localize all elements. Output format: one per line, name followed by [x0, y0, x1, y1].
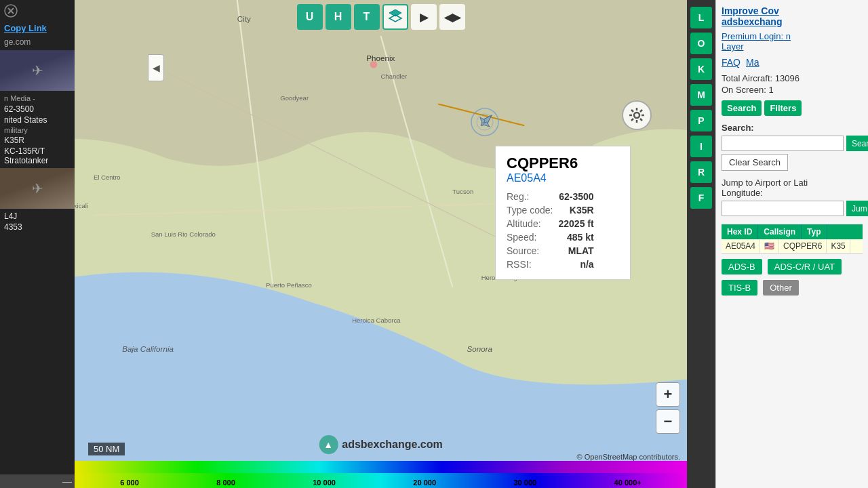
svg-text:Sonora: Sonora: [467, 344, 493, 353]
category-value: military: [0, 125, 75, 135]
bottom-bar: —: [0, 474, 75, 488]
h-button[interactable]: H: [326, 4, 351, 30]
cb-label-4: 20 000: [413, 479, 436, 487]
strip-r-button[interactable]: R: [690, 161, 712, 183]
map-background: Phoenix Chandler Goodyear Tucson El Cent…: [75, 0, 687, 488]
search-go-button[interactable]: Sear: [846, 136, 868, 151]
popup-hex[interactable]: AE05A4: [507, 172, 619, 184]
svg-text:Chandler: Chandler: [381, 73, 408, 80]
t-button[interactable]: T: [354, 4, 380, 30]
tisb-button[interactable]: TIS-B: [722, 280, 757, 296]
search-input[interactable]: [722, 136, 844, 151]
layers-button[interactable]: [382, 4, 408, 30]
cb-label-6: 40 000+: [614, 479, 642, 487]
stats-section: Total Aircraft: 13096 On Screen: 1: [722, 73, 863, 95]
reg-data: 62-3500: [559, 190, 594, 203]
strip-f-button[interactable]: F: [690, 187, 712, 209]
premium-login-link[interactable]: Premium Login: n: [722, 31, 863, 41]
cb-label-1: 6 000: [120, 479, 139, 487]
zoom-out-button[interactable]: −: [656, 409, 680, 434]
jump-input[interactable]: [722, 201, 844, 216]
search-tab-button[interactable]: Search: [722, 100, 762, 116]
table-row[interactable]: AE05A4 🇺🇸 CQPPER6 K35: [722, 239, 863, 253]
cb-label-5: 30 000: [513, 479, 536, 487]
clear-search-button[interactable]: Clear Search: [722, 154, 788, 171]
svg-text:Tucson: Tucson: [452, 188, 473, 195]
map-area[interactable]: Phoenix Chandler Goodyear Tucson El Cent…: [75, 0, 687, 488]
jump-label: Jump to Airport or Lati Longitude:: [722, 178, 863, 198]
row-callsign: CQPPER6: [779, 239, 827, 253]
thumbnail-bottom: ✈: [0, 168, 75, 209]
copyright: © OpenStreetMap contributors.: [577, 453, 680, 461]
svg-text:Puerto Peñasco: Puerto Peñasco: [266, 281, 312, 289]
popup-callsign[interactable]: CQPPER6: [507, 155, 619, 172]
collapse-button[interactable]: ◀▶: [439, 4, 465, 30]
jump-button[interactable]: Jum: [846, 201, 868, 216]
svg-marker-39: [480, 123, 484, 127]
left-sidebar: Copy Link ge.com ✈ n Media - 62-3500 nit…: [0, 0, 75, 488]
aircraft-popup: CQPPER6 AE05A4 Reg.: 62-3500 Type code: …: [495, 146, 631, 280]
color-bar-labels: 6 000 8 000 10 000 20 000 30 000 40 000+: [75, 477, 687, 488]
improve-coverage-link2[interactable]: adsbexchang: [722, 16, 863, 27]
other-button[interactable]: Other: [763, 280, 799, 296]
type-code-value: K35R: [0, 135, 75, 146]
website-label: ge.com: [0, 36, 75, 48]
layer-link[interactable]: Layer: [722, 41, 863, 52]
strip-i-button[interactable]: I: [690, 136, 712, 157]
reg-value: 62-3500: [0, 104, 75, 115]
cb-label-3: 10 000: [313, 479, 336, 487]
col-type: Typ: [802, 224, 827, 239]
reg-label: Reg.:: [507, 190, 559, 203]
minimize-button[interactable]: —: [62, 476, 72, 487]
strip-k-button[interactable]: K: [690, 58, 712, 80]
faq-link[interactable]: FAQ: [722, 57, 741, 68]
alt-data: 22025 ft: [559, 217, 594, 230]
altitude-value: 4353: [0, 222, 75, 232]
map-center-label: ▲ adsbexchange.com: [319, 435, 443, 454]
aircraft-icon[interactable]: [468, 105, 502, 139]
logo-icon: ▲: [319, 435, 338, 454]
settings-button[interactable]: [622, 100, 652, 130]
forward-nav-button[interactable]: ▶: [411, 4, 437, 30]
right-strip: L O K M P I R F: [687, 0, 715, 488]
svg-line-33: [631, 119, 633, 121]
strip-p-button[interactable]: P: [690, 110, 712, 131]
adsc-button[interactable]: ADS-C/R / UAT: [768, 259, 842, 274]
thumbnail-top: ✈: [0, 50, 75, 91]
strip-l-button[interactable]: L: [690, 7, 712, 28]
svg-line-32: [640, 110, 642, 112]
strip-o-button[interactable]: O: [690, 33, 712, 54]
filters-button[interactable]: Filters: [764, 100, 802, 116]
svg-text:San Luis Rio Colorado: San Luis Rio Colorado: [151, 230, 216, 238]
map-link[interactable]: Ma: [746, 57, 759, 68]
col-hex-id: Hex ID: [722, 224, 758, 239]
type-data: K35R: [559, 203, 594, 217]
col-callsign: Callsign: [758, 224, 802, 239]
svg-line-31: [640, 119, 642, 121]
svg-text:City: City: [237, 14, 251, 23]
improve-coverage-link[interactable]: Improve Cov: [722, 5, 863, 16]
source-label: Source:: [507, 244, 559, 258]
search-label: Search:: [722, 123, 863, 133]
color-bar: 6 000 8 000 10 000 20 000 30 000 40 000+: [75, 461, 687, 488]
u-button[interactable]: U: [297, 4, 323, 30]
svg-line-30: [631, 110, 633, 112]
svg-point-25: [634, 113, 639, 118]
svg-text:Phoenix: Phoenix: [366, 54, 395, 62]
close-button[interactable]: [3, 3, 19, 19]
sidebar-collapse-button[interactable]: ◀: [148, 54, 164, 81]
row-type: K35: [827, 239, 850, 253]
adsb-button[interactable]: ADS-B: [722, 259, 762, 274]
search-input-row: Sear: [722, 136, 863, 151]
rssi-label: RSSI:: [507, 258, 559, 271]
copy-link[interactable]: Copy Link: [0, 20, 75, 36]
row-hex: AE05A4: [722, 239, 760, 253]
icao-value: L4J: [0, 211, 75, 222]
row-flag: 🇺🇸: [760, 239, 779, 253]
aircraft-name: KC-135R/T Stratotanker: [0, 146, 75, 166]
rssi-data: n/a: [559, 258, 594, 271]
right-sidebar: Improve Cov adsbexchang Premium Login: n…: [715, 0, 868, 488]
zoom-in-button[interactable]: +: [656, 382, 680, 407]
strip-m-button[interactable]: M: [690, 84, 712, 106]
results-table-header: Hex ID Callsign Typ: [722, 224, 863, 239]
